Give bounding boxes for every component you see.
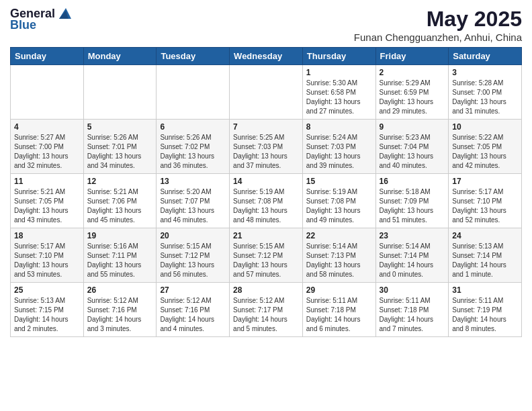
logo-blue: Blue (10, 18, 36, 32)
calendar-cell: 2Sunrise: 5:29 AMSunset: 6:59 PMDaylight… (375, 65, 449, 120)
calendar-cell (11, 65, 84, 120)
calendar-cell: 11Sunrise: 5:21 AMSunset: 7:05 PMDayligh… (11, 174, 84, 228)
day-number: 13 (160, 177, 226, 186)
day-info: Sunrise: 5:19 AMSunset: 7:08 PMDaylight:… (306, 187, 372, 225)
calendar-cell: 18Sunrise: 5:17 AMSunset: 7:10 PMDayligh… (11, 228, 84, 283)
day-number: 4 (14, 122, 80, 132)
calendar-cell: 26Sunrise: 5:12 AMSunset: 7:16 PMDayligh… (83, 283, 157, 337)
calendar-cell: 22Sunrise: 5:14 AMSunset: 7:13 PMDayligh… (302, 228, 375, 283)
logo: General Blue (10, 7, 71, 32)
day-info: Sunrise: 5:12 AMSunset: 7:16 PMDaylight:… (87, 296, 153, 334)
page-header: General Blue May 2025 Funan Chengguanzhe… (10, 7, 522, 43)
week-row-5: 25Sunrise: 5:13 AMSunset: 7:15 PMDayligh… (11, 283, 522, 337)
day-info: Sunrise: 5:22 AMSunset: 7:05 PMDaylight:… (452, 133, 518, 171)
weekday-header-sunday: Sunday (11, 48, 84, 65)
day-info: Sunrise: 5:25 AMSunset: 7:03 PMDaylight:… (233, 133, 299, 171)
calendar-cell: 30Sunrise: 5:11 AMSunset: 7:18 PMDayligh… (375, 283, 449, 337)
day-number: 6 (160, 122, 226, 132)
calendar-cell: 19Sunrise: 5:16 AMSunset: 7:11 PMDayligh… (83, 228, 157, 283)
calendar-cell: 27Sunrise: 5:12 AMSunset: 7:16 PMDayligh… (157, 283, 230, 337)
day-number: 10 (452, 122, 518, 132)
weekday-header-row: SundayMondayTuesdayWednesdayThursdayFrid… (11, 48, 522, 65)
day-number: 9 (380, 122, 445, 132)
weekday-header-tuesday: Tuesday (157, 48, 230, 65)
day-number: 24 (452, 231, 518, 240)
day-number: 23 (380, 231, 445, 240)
weekday-header-wednesday: Wednesday (230, 48, 303, 65)
day-info: Sunrise: 5:28 AMSunset: 7:00 PMDaylight:… (452, 79, 518, 116)
main-title: May 2025 (354, 7, 522, 32)
day-info: Sunrise: 5:12 AMSunset: 7:17 PMDaylight:… (233, 296, 299, 334)
day-info: Sunrise: 5:11 AMSunset: 7:19 PMDaylight:… (452, 296, 518, 334)
day-number: 20 (160, 231, 226, 240)
day-info: Sunrise: 5:23 AMSunset: 7:04 PMDaylight:… (380, 133, 445, 171)
day-info: Sunrise: 5:11 AMSunset: 7:18 PMDaylight:… (306, 296, 372, 334)
day-number: 29 (306, 285, 372, 295)
day-info: Sunrise: 5:21 AMSunset: 7:05 PMDaylight:… (14, 187, 80, 225)
calendar-cell: 8Sunrise: 5:24 AMSunset: 7:03 PMDaylight… (302, 120, 375, 174)
calendar-cell: 25Sunrise: 5:13 AMSunset: 7:15 PMDayligh… (11, 283, 84, 337)
day-number: 18 (14, 231, 80, 240)
day-number: 15 (306, 177, 372, 186)
calendar-cell: 21Sunrise: 5:15 AMSunset: 7:12 PMDayligh… (230, 228, 303, 283)
day-number: 30 (380, 285, 445, 295)
calendar-cell: 7Sunrise: 5:25 AMSunset: 7:03 PMDaylight… (230, 120, 303, 174)
day-number: 12 (87, 177, 153, 186)
day-info: Sunrise: 5:13 AMSunset: 7:14 PMDaylight:… (452, 242, 518, 279)
week-row-4: 18Sunrise: 5:17 AMSunset: 7:10 PMDayligh… (11, 228, 522, 283)
logo-icon (56, 7, 71, 20)
week-row-2: 4Sunrise: 5:27 AMSunset: 7:00 PMDaylight… (11, 120, 522, 174)
day-number: 31 (452, 285, 518, 295)
calendar-cell: 4Sunrise: 5:27 AMSunset: 7:00 PMDaylight… (11, 120, 84, 174)
calendar-table: SundayMondayTuesdayWednesdayThursdayFrid… (10, 47, 522, 337)
calendar-cell (230, 65, 303, 120)
calendar-cell: 14Sunrise: 5:19 AMSunset: 7:08 PMDayligh… (230, 174, 303, 228)
calendar-cell: 1Sunrise: 5:30 AMSunset: 6:58 PMDaylight… (302, 65, 375, 120)
calendar-cell: 28Sunrise: 5:12 AMSunset: 7:17 PMDayligh… (230, 283, 303, 337)
day-info: Sunrise: 5:17 AMSunset: 7:10 PMDaylight:… (452, 187, 518, 225)
day-info: Sunrise: 5:18 AMSunset: 7:09 PMDaylight:… (380, 187, 445, 225)
day-info: Sunrise: 5:20 AMSunset: 7:07 PMDaylight:… (160, 187, 226, 225)
day-info: Sunrise: 5:27 AMSunset: 7:00 PMDaylight:… (14, 133, 80, 171)
calendar-cell: 29Sunrise: 5:11 AMSunset: 7:18 PMDayligh… (302, 283, 375, 337)
day-number: 14 (233, 177, 299, 186)
calendar-cell: 24Sunrise: 5:13 AMSunset: 7:14 PMDayligh… (449, 228, 522, 283)
calendar-cell: 9Sunrise: 5:23 AMSunset: 7:04 PMDaylight… (375, 120, 449, 174)
day-info: Sunrise: 5:29 AMSunset: 6:59 PMDaylight:… (380, 79, 445, 116)
weekday-header-friday: Friday (375, 48, 449, 65)
day-info: Sunrise: 5:21 AMSunset: 7:06 PMDaylight:… (87, 187, 153, 225)
calendar-cell: 31Sunrise: 5:11 AMSunset: 7:19 PMDayligh… (449, 283, 522, 337)
day-info: Sunrise: 5:11 AMSunset: 7:18 PMDaylight:… (380, 296, 445, 334)
calendar-cell: 5Sunrise: 5:26 AMSunset: 7:01 PMDaylight… (83, 120, 157, 174)
day-number: 22 (306, 231, 372, 240)
day-number: 21 (233, 231, 299, 240)
week-row-3: 11Sunrise: 5:21 AMSunset: 7:05 PMDayligh… (11, 174, 522, 228)
day-info: Sunrise: 5:17 AMSunset: 7:10 PMDaylight:… (14, 242, 80, 279)
day-info: Sunrise: 5:15 AMSunset: 7:12 PMDaylight:… (160, 242, 226, 279)
calendar-cell: 10Sunrise: 5:22 AMSunset: 7:05 PMDayligh… (449, 120, 522, 174)
weekday-header-thursday: Thursday (302, 48, 375, 65)
day-number: 16 (380, 177, 445, 186)
day-number: 19 (87, 231, 153, 240)
calendar-cell: 16Sunrise: 5:18 AMSunset: 7:09 PMDayligh… (375, 174, 449, 228)
day-number: 1 (306, 68, 372, 77)
day-number: 17 (452, 177, 518, 186)
calendar-cell: 13Sunrise: 5:20 AMSunset: 7:07 PMDayligh… (157, 174, 230, 228)
day-number: 2 (380, 68, 445, 77)
day-info: Sunrise: 5:24 AMSunset: 7:03 PMDaylight:… (306, 133, 372, 171)
day-info: Sunrise: 5:15 AMSunset: 7:12 PMDaylight:… (233, 242, 299, 279)
day-info: Sunrise: 5:14 AMSunset: 7:14 PMDaylight:… (380, 242, 445, 279)
day-info: Sunrise: 5:19 AMSunset: 7:08 PMDaylight:… (233, 187, 299, 225)
day-info: Sunrise: 5:26 AMSunset: 7:01 PMDaylight:… (87, 133, 153, 171)
day-number: 28 (233, 285, 299, 295)
day-info: Sunrise: 5:26 AMSunset: 7:02 PMDaylight:… (160, 133, 226, 171)
day-number: 25 (14, 285, 80, 295)
calendar-cell (83, 65, 157, 120)
day-number: 5 (87, 122, 153, 132)
sub-title: Funan Chengguanzhen, Anhui, China (354, 32, 522, 43)
day-number: 8 (306, 122, 372, 132)
week-row-1: 1Sunrise: 5:30 AMSunset: 6:58 PMDaylight… (11, 65, 522, 120)
calendar-cell (157, 65, 230, 120)
calendar-cell: 15Sunrise: 5:19 AMSunset: 7:08 PMDayligh… (302, 174, 375, 228)
calendar-cell: 20Sunrise: 5:15 AMSunset: 7:12 PMDayligh… (157, 228, 230, 283)
